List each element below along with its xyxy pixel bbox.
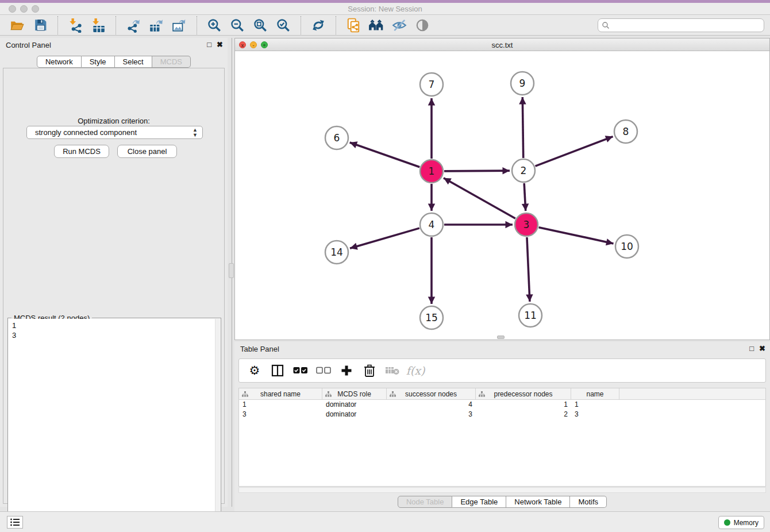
table-panel-close-icon[interactable]: ✖ [759, 344, 765, 353]
control-panel-close-icon[interactable]: ✖ [217, 40, 223, 49]
deselect-all-icon[interactable] [316, 363, 331, 378]
run-mcds-button[interactable]: Run MCDS [54, 145, 109, 158]
cell-mcds-role[interactable]: dominator [322, 410, 387, 419]
table-row[interactable]: 1 dominator 4 1 1 [239, 400, 765, 410]
clone-network-icon[interactable] [345, 17, 361, 33]
table-mode-gear-icon[interactable]: ⚙ [247, 363, 262, 378]
control-panel-tabs: Network Style Select MCDS [0, 56, 228, 68]
cell-successor-nodes[interactable]: 4 [387, 400, 476, 410]
mcds-panel: Optimization criterion: strongly connect… [3, 68, 225, 504]
memory-status-dot [724, 519, 730, 526]
panel-divider-grip[interactable] [229, 263, 234, 278]
import-network-icon[interactable] [67, 17, 83, 33]
graph-edge-2-3[interactable] [524, 183, 526, 211]
tab-network-table[interactable]: Network Table [506, 496, 570, 508]
column-header-mcds-role[interactable]: MCDS role [322, 388, 387, 399]
column-header-predecessor-nodes[interactable]: predecessor nodes [476, 388, 571, 399]
zoom-selected-icon[interactable] [275, 17, 291, 33]
cell-predecessor-nodes[interactable]: 1 [476, 400, 571, 410]
cell-shared-name[interactable]: 1 [239, 400, 322, 410]
export-table-icon[interactable] [148, 17, 164, 33]
graph-node-label-3: 3 [523, 219, 530, 230]
tab-mcds[interactable]: MCDS [152, 56, 191, 68]
column-header-name[interactable]: name [571, 388, 619, 399]
graph-edge-1-2[interactable] [444, 171, 510, 171]
titlebar[interactable]: Session: New Session [0, 3, 770, 15]
tab-node-table[interactable]: Node Table [398, 496, 453, 508]
tab-style[interactable]: Style [82, 56, 115, 68]
apply-layout-icon[interactable] [310, 17, 326, 33]
mcds-result-box: MCDS result (2 nodes) 1 3 [7, 318, 221, 532]
open-session-icon[interactable] [9, 17, 25, 33]
graph-edge-4-14[interactable] [350, 228, 419, 248]
graph-edge-2-9[interactable] [522, 97, 523, 158]
cell-predecessor-nodes[interactable]: 2 [476, 410, 571, 419]
tab-edge-table[interactable]: Edge Table [452, 496, 506, 508]
column-header-successor-nodes[interactable]: successor nodes [387, 388, 476, 399]
zoom-in-icon[interactable] [206, 17, 222, 33]
graph-node-label-8: 8 [623, 126, 629, 137]
export-network-icon[interactable] [125, 17, 141, 33]
cell-successor-nodes[interactable]: 3 [387, 410, 476, 419]
cell-mcds-role[interactable]: dominator [322, 400, 387, 410]
mcds-result-line: 3 [12, 330, 217, 340]
memory-button-label: Memory [734, 519, 759, 527]
first-neighbors-icon[interactable] [368, 17, 384, 33]
main-toolbar [0, 15, 770, 36]
graph-node-label-1: 1 [429, 165, 435, 177]
select-stepper-icon: ▲▼ [192, 128, 198, 138]
tab-network[interactable]: Network [37, 56, 82, 68]
graph-node-label-15: 15 [425, 312, 438, 323]
table-toolbar: ⚙ f(x) [238, 358, 766, 383]
control-panel-header: Control Panel □ ✖ [0, 38, 228, 52]
tab-select[interactable]: Select [115, 56, 152, 68]
table-panel-title: Table Panel [240, 345, 279, 353]
sort-hierarchy-icon [390, 391, 396, 397]
import-table-icon[interactable] [90, 17, 106, 33]
task-history-button[interactable] [7, 516, 23, 529]
graph-edge-3-11[interactable] [527, 237, 530, 302]
toolbar-separator [301, 16, 301, 34]
network-window-titlebar[interactable]: x - + scc.txt [235, 38, 769, 51]
table-tabs: Node Table Edge Table Network Table Moti… [234, 496, 770, 508]
criterion-value: strongly connected component [35, 128, 137, 137]
search-field[interactable] [598, 18, 764, 32]
delete-columns-icon[interactable] [362, 363, 377, 378]
criterion-select[interactable]: strongly connected component ▲▼ [26, 126, 203, 139]
graph-svg[interactable]: 7968124314101511 [235, 51, 769, 340]
toolbar-separator [116, 16, 116, 34]
mcds-result-text[interactable]: 1 3 [9, 319, 220, 532]
save-session-icon[interactable] [32, 17, 48, 33]
node-table[interactable]: shared name MCDS role successor nodes pr… [238, 388, 766, 487]
search-icon [602, 21, 610, 29]
zoom-out-icon[interactable] [229, 17, 245, 33]
control-panel-float-icon[interactable]: □ [207, 40, 211, 49]
network-window-resize-grip[interactable] [497, 336, 505, 339]
graph-node-label-4: 4 [429, 219, 435, 230]
table-header-row: shared name MCDS role successor nodes pr… [239, 388, 765, 400]
cell-name[interactable]: 1 [571, 400, 619, 410]
memory-button[interactable]: Memory [718, 516, 764, 529]
graph-edge-3-1[interactable] [444, 178, 515, 218]
show-all-icon[interactable] [414, 17, 430, 33]
table-panel-float-icon[interactable]: □ [749, 344, 754, 353]
table-row[interactable]: 3 dominator 3 2 3 [239, 410, 765, 419]
sort-hierarchy-icon [479, 391, 485, 397]
select-all-icon[interactable] [293, 363, 308, 378]
cell-name[interactable]: 3 [571, 410, 619, 419]
hide-selected-icon[interactable] [391, 17, 407, 33]
cell-shared-name[interactable]: 3 [239, 410, 322, 419]
add-column-icon[interactable] [339, 363, 354, 378]
close-panel-button[interactable]: Close panel [117, 145, 177, 158]
graph-edge-3-10[interactable] [538, 228, 613, 244]
column-header-shared-name[interactable]: shared name [239, 388, 322, 399]
tab-motifs[interactable]: Motifs [570, 496, 607, 508]
search-input[interactable] [610, 20, 764, 30]
graph-edge-2-8[interactable] [536, 137, 613, 167]
table-horizontal-scrollbar[interactable] [238, 487, 766, 493]
zoom-fit-icon[interactable] [252, 17, 268, 33]
mcds-result-scrollbar[interactable] [215, 319, 220, 532]
export-image-icon[interactable] [171, 17, 187, 33]
show-columns-icon[interactable] [270, 363, 285, 378]
graph-edge-1-6[interactable] [350, 142, 420, 167]
